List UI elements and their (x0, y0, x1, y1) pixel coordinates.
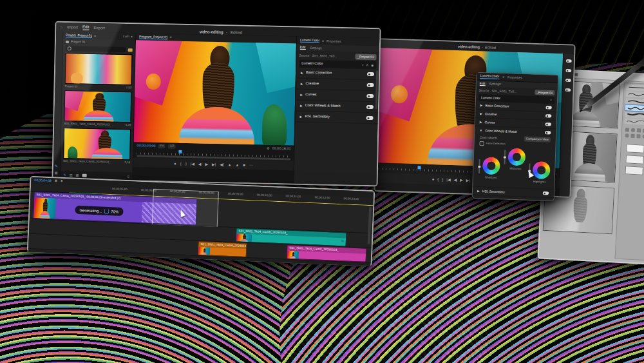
hand-tool-icon[interactable]: ▦ (55, 172, 58, 175)
stop-icon[interactable]: ● (174, 161, 176, 165)
toggle-switch[interactable] (545, 123, 551, 126)
project-item[interactable]: S01_Sh01_Tk04_CamA_20250103_ 4;28 (61, 90, 134, 128)
swatch-3[interactable] (625, 166, 644, 175)
mark-out-icon[interactable]: } (442, 177, 443, 181)
step-back-icon[interactable]: ◀ (453, 178, 457, 182)
tab-lumetri-color[interactable]: Lumetri Color (300, 39, 319, 43)
clip-camC[interactable]: S01_Sh01_Tk04_CamC_20250103_ (287, 246, 366, 262)
step-forward-icon[interactable]: ▶| (466, 179, 470, 182)
face-detection-checkbox[interactable] (479, 141, 484, 146)
toggle-switch[interactable] (545, 114, 552, 117)
mark-out-icon[interactable]: } (185, 162, 187, 166)
new-bin-icon[interactable] (82, 173, 86, 177)
midtones-wheel[interactable] (507, 148, 526, 166)
swatch-2[interactable] (625, 155, 644, 164)
option-icon[interactable] (636, 134, 640, 138)
toggle-switch[interactable] (366, 94, 374, 98)
zoom-select[interactable]: Fit (158, 144, 166, 148)
play-icon[interactable]: ▶ (205, 162, 208, 166)
option-icon[interactable] (630, 133, 634, 137)
tab-lumetri-collapsed[interactable]: Lum (123, 35, 129, 38)
toggle-switch[interactable] (565, 59, 571, 63)
grid-view-icon[interactable]: ▦ (76, 173, 79, 177)
pen-tool-icon[interactable]: ✎ (55, 164, 58, 168)
project-item[interactable]: Project 01 1;02 (62, 52, 135, 91)
stroke-style-1[interactable] (626, 84, 644, 92)
toggle-switch[interactable] (367, 83, 374, 87)
new-folder-icon[interactable] (128, 48, 133, 52)
list-view-icon[interactable]: ▤ (70, 173, 73, 177)
source-project-button[interactable]: _Project 01 (535, 90, 555, 95)
auto-icon[interactable]: A (366, 63, 368, 66)
search-input[interactable] (66, 46, 126, 52)
go-to-in-icon[interactable]: |◀ (191, 162, 194, 166)
edit-icon[interactable]: ✎ (64, 173, 66, 177)
subtab-edit[interactable]: Edit (480, 82, 486, 86)
mark-in-icon[interactable]: { (437, 177, 439, 181)
toggle-switch[interactable] (565, 69, 571, 72)
stop-icon[interactable]: ● (432, 177, 435, 181)
lift-icon[interactable]: ▲ (227, 162, 231, 166)
go-to-out-icon[interactable]: ◀| (220, 162, 223, 166)
resolution-select[interactable]: 1/2 (168, 144, 176, 149)
export-frame-icon[interactable]: ■ (243, 162, 245, 166)
extract-icon[interactable]: ▲ (235, 162, 239, 166)
stroke-style-2[interactable] (626, 91, 644, 98)
go-to-in-icon[interactable]: |◀ (446, 178, 450, 182)
tab-properties[interactable]: Properties (507, 76, 522, 80)
panel-menu-icon[interactable]: ≡ (170, 35, 172, 39)
highlights-wheel[interactable] (533, 161, 551, 179)
trash-icon[interactable]: ▯ (128, 175, 129, 178)
tab-project[interactable]: Project_Project 01 (66, 34, 92, 38)
stroke-style-6[interactable] (625, 118, 644, 125)
subtab-settings[interactable]: Settings (310, 46, 321, 50)
playhead-marker[interactable] (178, 150, 182, 153)
toggle-switch[interactable] (565, 79, 571, 82)
swatch-1[interactable] (626, 144, 644, 153)
option-icon[interactable] (637, 128, 641, 132)
shadows-slider[interactable] (478, 159, 480, 173)
toggle-switch[interactable] (367, 72, 374, 76)
step-forward-icon[interactable]: ▶| (212, 162, 216, 166)
stroke-style-3[interactable] (625, 98, 644, 105)
section-hsl-secondary[interactable]: ▶HSL Secondary (295, 112, 377, 124)
shape-tool-icon[interactable] (574, 73, 578, 76)
project-crumb[interactable]: Project 01 (71, 40, 86, 43)
comparison-view-button[interactable]: Comparison View (524, 137, 551, 142)
clip-camA[interactable]: S01_Sh01_Tk04_CamA_20250103_ (198, 242, 247, 257)
source-project-button[interactable]: _Project 01 (355, 54, 376, 60)
play-icon[interactable]: ▶ (460, 178, 463, 182)
program-timecode[interactable]: 00;00;04;09 (137, 144, 156, 148)
stroke-style-4-selected[interactable] (625, 104, 644, 112)
magnet-icon[interactable]: ◆ (61, 180, 63, 183)
panel-menu-icon[interactable]: ≡ (502, 75, 504, 79)
toggle-switch[interactable] (545, 131, 551, 134)
eye-icon[interactable]: ◉ (371, 64, 374, 67)
midtones-slider[interactable] (504, 150, 506, 164)
home-icon[interactable]: ⌂ (60, 25, 62, 29)
option-icon[interactable] (631, 128, 635, 132)
stroke-style-5[interactable] (625, 112, 644, 119)
toggle-switch[interactable] (366, 116, 374, 120)
subtab-settings[interactable]: Settings (489, 83, 500, 86)
toggle-switch[interactable] (565, 88, 571, 92)
panel-menu-icon[interactable]: ≡ (322, 39, 324, 43)
panel-menu-icon[interactable]: ≡ (94, 34, 96, 37)
menu-import[interactable]: Import (67, 25, 78, 29)
option-icon[interactable] (625, 128, 629, 132)
toggle-switch[interactable] (543, 191, 549, 195)
subtab-edit[interactable]: Edit (300, 46, 306, 50)
menu-export[interactable]: Export (93, 26, 104, 30)
tab-properties[interactable]: Properties (327, 39, 341, 43)
project-item[interactable]: S01_Sh01_Tk04_CamB_20250103_ 2;18 (61, 127, 133, 166)
step-back-icon[interactable]: ◀ (198, 162, 202, 166)
menu-edit[interactable]: Edit (82, 25, 90, 30)
tab-program[interactable]: Program_Project 01 (139, 35, 168, 39)
toggle-switch[interactable] (366, 105, 374, 109)
wrench-icon[interactable]: ⚙ (267, 147, 270, 150)
playhead-marker[interactable] (418, 166, 421, 169)
timeline-timecode[interactable]: 00;00;04;09 (34, 179, 52, 182)
tab-lumetri-color[interactable]: Lumetri Color (480, 74, 499, 79)
snap-icon[interactable]: ▣ (55, 180, 57, 183)
option-icon[interactable] (625, 133, 629, 137)
